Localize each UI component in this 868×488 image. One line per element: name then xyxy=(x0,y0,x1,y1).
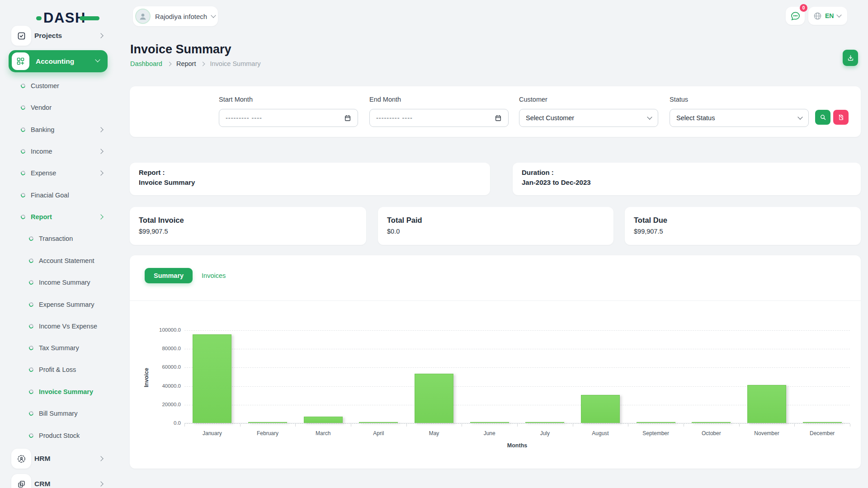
breadcrumb-report[interactable]: Report xyxy=(176,60,196,67)
sidebar-item-customer[interactable]: Customer xyxy=(0,75,118,97)
report-label: Report : xyxy=(139,169,165,176)
customer-select[interactable]: Select Customer xyxy=(519,109,658,127)
total-card-total-paid: Total Paid$0.0 xyxy=(378,207,613,245)
reset-button[interactable] xyxy=(833,110,849,125)
end-month-input[interactable]: --------- ---- xyxy=(369,109,509,127)
search-button[interactable] xyxy=(815,110,830,125)
bar-april xyxy=(359,422,398,423)
accounting-icon xyxy=(12,52,29,70)
customer-label: Customer xyxy=(519,96,547,103)
sidebar-item-expense[interactable]: Expense xyxy=(0,162,118,184)
sidebar-item-tax-summary[interactable]: Tax Summary xyxy=(0,337,118,359)
bullet-icon xyxy=(20,192,26,198)
bar-july xyxy=(525,422,564,423)
calendar-icon[interactable] xyxy=(344,114,351,122)
breadcrumb: DashboardReportInvoice Summary xyxy=(130,60,260,67)
x-tick-label: January xyxy=(184,430,240,436)
status-select[interactable]: Select Status xyxy=(670,109,809,127)
sidebar-item-label: Banking xyxy=(31,119,54,141)
sidebar-item-finacial-goal[interactable]: Finacial Goal xyxy=(0,184,118,206)
bullet-icon xyxy=(20,127,26,132)
sidebar-item-hrm[interactable]: HRM xyxy=(0,448,118,469)
sidebar-item-banking[interactable]: Banking xyxy=(0,119,118,141)
bullet-icon xyxy=(28,258,34,263)
x-tick xyxy=(295,424,296,427)
bar-august xyxy=(581,395,620,423)
sidebar-item-profit-loss[interactable]: Profit & Loss xyxy=(0,359,118,380)
language-selector[interactable]: EN xyxy=(808,7,847,25)
bullet-icon xyxy=(20,83,26,89)
sidebar-item-label: HRM xyxy=(34,448,50,469)
sidebar: ProjectsAccountingCustomerVendorBankingI… xyxy=(0,22,118,488)
tab-invoices[interactable]: Invoices xyxy=(200,268,227,283)
sidebar-item-income[interactable]: Income xyxy=(0,141,118,162)
x-tick xyxy=(850,424,850,427)
sidebar-item-expense-summary[interactable]: Expense Summary xyxy=(0,294,118,315)
download-icon xyxy=(847,54,854,62)
sidebar-item-crm[interactable]: CRM xyxy=(0,473,118,488)
duration-value: Jan-2023 to Dec-2023 xyxy=(522,178,591,186)
gridline xyxy=(184,349,850,349)
sidebar-item-projects[interactable]: Projects xyxy=(0,25,118,47)
total-card-value: $0.0 xyxy=(387,228,400,235)
gridline xyxy=(184,367,850,368)
sidebar-item-income-summary[interactable]: Income Summary xyxy=(0,272,118,293)
download-button[interactable] xyxy=(843,50,858,66)
sidebar-item-account-statement[interactable]: Account Statement xyxy=(0,250,118,272)
chevron-down-icon xyxy=(211,13,216,18)
sidebar-item-label: Transaction xyxy=(39,228,73,249)
duration-card: Duration : Jan-2023 to Dec-2023 xyxy=(513,163,861,195)
sidebar-item-label: Report xyxy=(31,206,52,228)
bullet-icon xyxy=(28,410,34,416)
x-tick-label: April xyxy=(351,430,406,436)
sidebar-item-label: Tax Summary xyxy=(39,337,79,359)
chart-card: SummaryInvoices Invoice 0.020000.040000.… xyxy=(130,255,861,469)
chevron-right-icon xyxy=(98,481,103,486)
bar-march xyxy=(304,417,343,423)
sidebar-item-income-vs-expense[interactable]: Income Vs Expense xyxy=(0,315,118,337)
sidebar-item-label: Projects xyxy=(34,25,62,47)
messages-button[interactable]: 0 xyxy=(786,7,805,25)
tabs: SummaryInvoices xyxy=(145,268,227,283)
calendar-icon[interactable] xyxy=(495,114,502,122)
sidebar-item-label: Income Vs Expense xyxy=(39,315,97,337)
bar-october xyxy=(692,422,731,423)
filter-card: Start Month --------- ---- End Month ---… xyxy=(130,86,861,137)
y-tick-label: 0.0 xyxy=(147,420,181,426)
total-card-label: Total Invoice xyxy=(139,216,184,225)
total-card-total-invoice: Total Invoice$99,907.5 xyxy=(130,207,366,245)
sidebar-item-product-stock[interactable]: Product Stock xyxy=(0,425,118,446)
breadcrumb-dashboard[interactable]: Dashboard xyxy=(130,60,162,67)
search-icon xyxy=(820,114,826,121)
bullet-icon xyxy=(20,214,26,220)
sidebar-item-bill-summary[interactable]: Bill Summary xyxy=(0,403,118,424)
language-code: EN xyxy=(825,12,834,19)
sidebar-item-vendor[interactable]: Vendor xyxy=(0,97,118,118)
sidebar-item-accounting[interactable]: Accounting xyxy=(0,50,118,72)
total-card-total-due: Total Due$99,907.5 xyxy=(625,207,861,245)
chevron-right-icon xyxy=(98,170,103,175)
globe-icon xyxy=(813,12,822,20)
x-tick-label: June xyxy=(462,430,517,436)
notification-badge: 0 xyxy=(800,4,807,12)
company-selector[interactable]: Rajodiya infotech xyxy=(133,6,218,26)
page-title: Invoice Summary xyxy=(130,42,231,56)
report-card: Report : Invoice Summary xyxy=(130,163,490,195)
file-off-icon xyxy=(838,114,844,121)
x-tick-label: September xyxy=(628,430,684,436)
total-card-label: Total Due xyxy=(634,216,667,225)
bar-september xyxy=(637,422,675,423)
x-tick xyxy=(351,424,351,427)
sidebar-item-transaction[interactable]: Transaction xyxy=(0,228,118,249)
bar-june xyxy=(470,422,509,423)
sidebar-item-invoice-summary[interactable]: Invoice Summary xyxy=(0,381,118,403)
bullet-icon xyxy=(28,235,34,241)
chevron-right-icon xyxy=(98,33,103,38)
x-tick xyxy=(240,424,241,427)
chat-icon xyxy=(790,11,801,21)
bar-november xyxy=(747,385,786,423)
tab-summary[interactable]: Summary xyxy=(145,268,193,283)
sidebar-item-report[interactable]: Report xyxy=(0,206,118,228)
sidebar-item-label: CRM xyxy=(34,473,50,488)
start-month-input[interactable]: --------- ---- xyxy=(219,109,358,127)
